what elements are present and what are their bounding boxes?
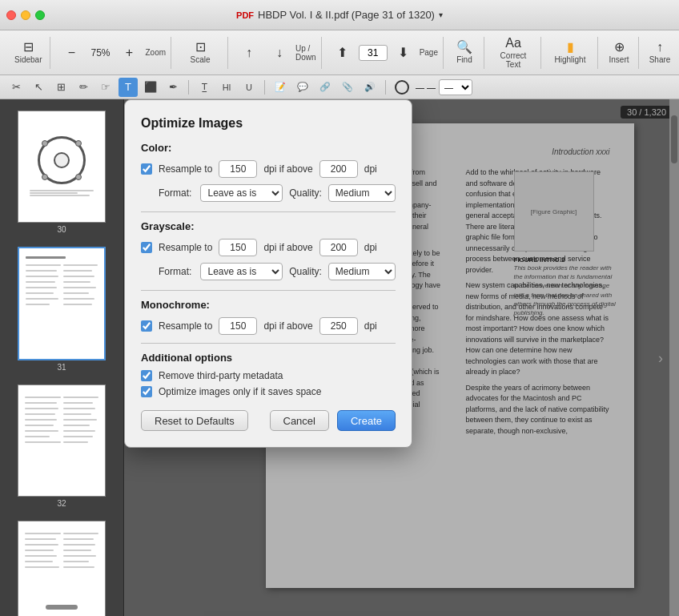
page-thumbnail-31[interactable] [18,247,106,360]
gray-resample-row: Resample to dpi if above dpi [141,239,396,256]
page-thumbnail-32[interactable] [18,384,106,497]
section-divider-1 [141,211,396,212]
line-width-select[interactable]: — ── [439,79,472,95]
gray-resample-checkbox[interactable] [141,242,152,253]
content-area: 30 / 1,320 ‹ › Introduction xxxi of the … [124,99,679,616]
sidebar-scrollbar[interactable] [46,605,78,610]
toolbar-group-sidebar: ⊟ Sidebar [6,37,50,69]
tool-crop[interactable]: ⊞ [51,78,70,97]
toolbar-group-highlight: ▮ Highlight [543,37,598,69]
tool-highlight2[interactable]: Hl [217,78,236,97]
tool-arrow[interactable]: ↖ [29,78,48,97]
highlight-button[interactable]: ▮ Highlight [548,35,593,70]
maximize-button[interactable] [35,10,45,20]
cancel-button[interactable]: Cancel [270,410,329,431]
color-dpi-input[interactable] [219,160,257,178]
sidebar-page-31[interactable]: 31 [14,247,110,372]
color-format-row: Format: Leave as is JPEG JPEG 2000 TIFF … [141,184,396,202]
share-button[interactable]: ↑ Share [645,35,674,70]
additional-options-section: Additional options Remove third-party me… [141,352,396,397]
tool-select[interactable]: ✂ [6,78,26,97]
option1-row: Remove third-party metadata [141,370,396,381]
create-button[interactable]: Create [337,410,396,431]
page-input[interactable] [359,45,388,61]
gray-resample-label: Resample to [159,242,212,253]
gray-dpi2-input[interactable] [319,239,358,256]
color-format-label: Format: [159,187,194,199]
minimize-button[interactable] [21,10,30,20]
tool-audio[interactable]: 🔊 [360,78,380,97]
close-button[interactable] [6,10,16,20]
option2-checkbox[interactable] [141,386,152,397]
color-dpi2-input[interactable] [319,160,358,178]
page-down-button[interactable]: ⬇ [389,35,418,70]
tool-link[interactable]: 🔗 [315,78,335,97]
page-thumbnail-30[interactable] [18,111,106,223]
tool-text2[interactable]: T̲ [195,78,214,97]
sidebar-button[interactable]: ⊟ Sidebar [11,35,45,70]
option2-label: Optimize images only if it saves space [159,386,321,397]
find-icon: 🔍 [456,41,472,54]
traffic-lights [6,10,45,20]
tool-text[interactable]: T [119,78,138,97]
tool-note[interactable]: 📝 [271,78,290,97]
toolbar-group-share: ↑ Share [641,37,679,69]
tool-draw[interactable]: ✏ [74,78,93,97]
color-circle[interactable] [395,80,409,95]
toolbar2-separator-1 [188,80,189,95]
insert-button[interactable]: ⊕ Insert [605,35,633,70]
title-dropdown-arrow[interactable]: ▾ [439,10,443,19]
thumb-inner-31 [19,248,104,359]
toolbar-group-updown: ↑ ↓ Up / Down [230,37,322,69]
modal-buttons: Reset to Defaults Cancel Create [141,410,396,431]
zoom-out-button[interactable]: − [57,35,86,70]
color-quality-select[interactable]: Low Medium High Maximum [328,184,396,202]
color-dpi2-label: dpi [364,163,377,175]
modal-overlay: Optimize Images Color: Resample to dpi i… [124,99,679,616]
tool-hand[interactable]: ☞ [96,78,115,97]
color-quality-label: Quality: [289,187,322,199]
page-up-button[interactable]: ⬆ [328,35,357,70]
mono-resample-label: Resample to [159,320,212,332]
sidebar-page-32[interactable]: 32 [14,384,110,508]
find-button[interactable]: 🔍 Find [450,35,479,70]
color-section-label: Color: [141,142,396,154]
find-label: Find [456,55,472,64]
correct-label: Correct Text [494,51,532,69]
toolbar2-separator-3 [385,80,386,95]
gray-dpi2-label: dpi [364,242,377,253]
tool-shape[interactable]: ⬛ [141,78,160,97]
mono-dpi-input[interactable] [219,317,257,335]
correct-icon: Aa [505,37,521,50]
option1-checkbox[interactable] [141,370,152,381]
sidebar-page-30[interactable]: 30 [14,111,110,234]
mono-dpi2-input[interactable] [319,317,358,335]
scale-label: Scale [191,55,211,64]
tool-clip[interactable]: 📎 [338,78,357,97]
titlebar: PDF HBDP Vol. I & II.pdf (Page 31 of 132… [0,0,679,30]
up-button[interactable]: ↑ [235,35,263,70]
mono-dpi-label: dpi if above [263,320,312,332]
tool-underline[interactable]: U [239,78,259,97]
toolbar-group-find: 🔍 Find [445,37,484,69]
page-thumbnail-33[interactable] [18,521,106,616]
secondary-toolbar: ✂ ↖ ⊞ ✏ ☞ T ⬛ ✒ T̲ Hl U 📝 💬 🔗 📎 🔊 — — — … [0,75,679,99]
gray-quality-select[interactable]: Low Medium High Maximum [328,263,396,280]
share-icon: ↑ [657,41,663,54]
tool-bubble[interactable]: 💬 [293,78,312,97]
reset-to-defaults-button[interactable]: Reset to Defaults [141,410,248,431]
tool-annotate[interactable]: ✒ [163,78,183,97]
zoom-value: 75% [87,47,113,58]
color-resample-checkbox[interactable] [141,163,152,175]
zoom-in-button[interactable]: + [115,35,144,70]
line-controls: — — — ── [416,79,472,95]
toolbar-group-page: ⬆ ⬇ Page [323,37,444,69]
down-button[interactable]: ↓ [265,35,294,70]
gray-dpi-input[interactable] [219,239,257,256]
gray-format-select[interactable]: Leave as is JPEG JPEG 2000 TIFF PNG [200,263,283,280]
mono-resample-checkbox[interactable] [141,320,152,332]
correct-text-button[interactable]: Aa Correct Text [491,35,536,70]
sidebar-page-33[interactable]: 33 [14,521,110,616]
color-format-select[interactable]: Leave as is JPEG JPEG 2000 TIFF PNG [200,184,283,202]
scale-button[interactable]: ⊡ Scale [178,35,223,70]
